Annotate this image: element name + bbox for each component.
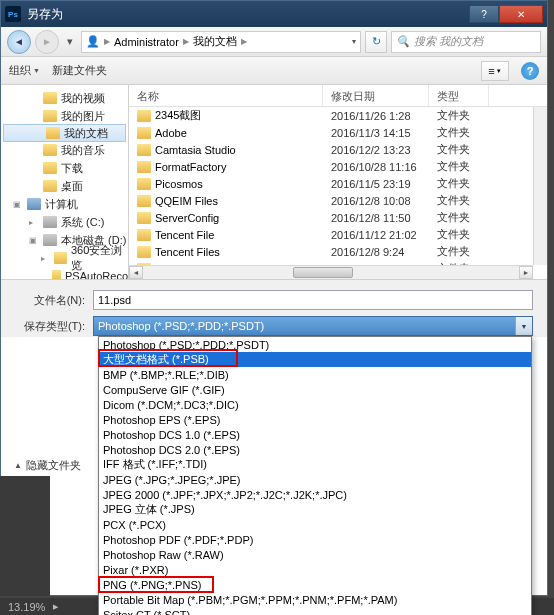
- view-options-button[interactable]: ≡▼: [481, 61, 509, 81]
- dropdown-option[interactable]: Photoshop DCS 1.0 (*.EPS): [99, 427, 531, 442]
- dropdown-option[interactable]: Pixar (*.PXR): [99, 562, 531, 577]
- user-icon: 👤: [86, 35, 100, 49]
- dropdown-option[interactable]: Photoshop EPS (*.EPS): [99, 412, 531, 427]
- tree-item[interactable]: ▸系统 (C:): [1, 213, 128, 231]
- close-window-button[interactable]: ✕: [499, 5, 543, 23]
- tree-item[interactable]: 我的文档: [3, 124, 126, 142]
- refresh-button[interactable]: ↻: [365, 31, 387, 53]
- column-headers[interactable]: 名称 修改日期 类型: [129, 85, 547, 107]
- search-input[interactable]: 🔍 搜索 我的文档: [391, 31, 541, 53]
- dropdown-option[interactable]: JPEG 立体 (*.JPS): [99, 502, 531, 517]
- file-row[interactable]: QQEIM Files2016/12/8 10:08文件夹: [129, 192, 547, 209]
- folder-tree[interactable]: 我的视频我的图片我的文档我的音乐下载桌面▣计算机▸系统 (C:)▣本地磁盘 (D…: [1, 85, 129, 279]
- dropdown-option[interactable]: Scitex CT (*.SCT): [99, 607, 531, 615]
- file-row[interactable]: FormatFactory2016/10/28 11:16文件夹: [129, 158, 547, 175]
- file-row[interactable]: Picosmos2016/11/5 23:19文件夹: [129, 175, 547, 192]
- chevron-down-icon[interactable]: ▾: [352, 37, 356, 46]
- scroll-left-icon[interactable]: ◄: [129, 266, 143, 279]
- chevron-right-icon: ▶: [239, 37, 249, 46]
- chevron-up-icon: ▲: [14, 461, 22, 470]
- zoom-level[interactable]: 13.19%: [8, 601, 45, 613]
- tree-item[interactable]: ▣计算机: [1, 195, 128, 213]
- file-row[interactable]: Tencent Files2016/12/8 9:24文件夹: [129, 243, 547, 260]
- help-window-button[interactable]: ?: [469, 5, 499, 23]
- file-row[interactable]: Camtasia Studio2016/12/2 13:23文件夹: [129, 141, 547, 158]
- file-list[interactable]: 名称 修改日期 类型 2345截图2016/11/26 1:28文件夹Adobe…: [129, 85, 547, 279]
- save-fields: 文件名(N): 11.psd 保存类型(T): Photoshop (*.PSD…: [1, 279, 547, 337]
- tree-item[interactable]: 下载: [1, 159, 128, 177]
- chevron-right-icon: ▶: [102, 37, 112, 46]
- chevron-right-icon: ▶: [181, 37, 191, 46]
- file-row[interactable]: 2345截图2016/11/26 1:28文件夹: [129, 107, 547, 124]
- app-background: [0, 476, 50, 596]
- scroll-thumb[interactable]: [293, 267, 353, 278]
- nav-bar: ◄ ► ▾ 👤 ▶ Administrator ▶ 我的文档 ▶ ▾ ↻ 🔍 搜…: [1, 27, 547, 57]
- chevron-down-icon[interactable]: ▼: [515, 317, 532, 335]
- dropdown-option[interactable]: PNG (*.PNG;*.PNS): [99, 577, 531, 592]
- organize-menu[interactable]: 组织▼: [9, 63, 40, 78]
- dropdown-option[interactable]: Dicom (*.DCM;*.DC3;*.DIC): [99, 397, 531, 412]
- dropdown-option[interactable]: CompuServe GIF (*.GIF): [99, 382, 531, 397]
- dropdown-option[interactable]: JPEG (*.JPG;*.JPEG;*.JPE): [99, 472, 531, 487]
- hide-folders-toggle[interactable]: ▲ 隐藏文件夹: [14, 458, 81, 473]
- history-button[interactable]: ▾: [63, 32, 77, 52]
- dialog-title: 另存为: [27, 6, 469, 23]
- dropdown-option[interactable]: PCX (*.PCX): [99, 517, 531, 532]
- horizontal-scrollbar[interactable]: ◄ ►: [129, 265, 533, 279]
- search-placeholder: 搜索 我的文档: [414, 34, 483, 49]
- tree-item[interactable]: 我的音乐: [1, 141, 128, 159]
- scroll-right-icon[interactable]: ►: [519, 266, 533, 279]
- file-row[interactable]: ServerConfig2016/12/8 11:50文件夹: [129, 209, 547, 226]
- filename-label: 文件名(N):: [15, 293, 85, 308]
- filename-input[interactable]: 11.psd: [93, 290, 533, 310]
- col-date[interactable]: 修改日期: [323, 85, 429, 106]
- file-row[interactable]: Tencent File2016/11/12 21:02文件夹: [129, 226, 547, 243]
- filetype-dropdown[interactable]: Photoshop (*.PSD;*.PDD;*.PSDT)大型文档格式 (*.…: [98, 336, 532, 615]
- help-icon[interactable]: ?: [521, 62, 539, 80]
- tree-item[interactable]: 桌面: [1, 177, 128, 195]
- photoshop-icon: Ps: [5, 6, 21, 22]
- tree-item[interactable]: 我的视频: [1, 89, 128, 107]
- breadcrumb-part[interactable]: Administrator: [114, 36, 179, 48]
- dropdown-option[interactable]: Photoshop (*.PSD;*.PDD;*.PSDT): [99, 337, 531, 352]
- dropdown-option[interactable]: Portable Bit Map (*.PBM;*.PGM;*.PPM;*.PN…: [99, 592, 531, 607]
- dropdown-option[interactable]: BMP (*.BMP;*.RLE;*.DIB): [99, 367, 531, 382]
- breadcrumb-part[interactable]: 我的文档: [193, 34, 237, 49]
- tree-item[interactable]: ▸360安全浏览: [1, 249, 128, 267]
- breadcrumb[interactable]: 👤 ▶ Administrator ▶ 我的文档 ▶ ▾: [81, 31, 361, 53]
- col-name[interactable]: 名称: [129, 85, 323, 106]
- titlebar[interactable]: Ps 另存为 ? ✕: [1, 1, 547, 27]
- col-type[interactable]: 类型: [429, 85, 489, 106]
- tree-item[interactable]: 我的图片: [1, 107, 128, 125]
- dropdown-option[interactable]: JPEG 2000 (*.JPF;*.JPX;*.JP2;*.J2C;*.J2K…: [99, 487, 531, 502]
- dropdown-option[interactable]: Photoshop Raw (*.RAW): [99, 547, 531, 562]
- chevron-right-icon[interactable]: ▶: [53, 603, 58, 611]
- dropdown-option[interactable]: 大型文档格式 (*.PSB): [99, 352, 531, 367]
- forward-button[interactable]: ►: [35, 30, 59, 54]
- dropdown-option[interactable]: Photoshop DCS 2.0 (*.EPS): [99, 442, 531, 457]
- back-button[interactable]: ◄: [7, 30, 31, 54]
- file-row[interactable]: Adobe2016/11/3 14:15文件夹: [129, 124, 547, 141]
- filetype-combo[interactable]: Photoshop (*.PSD;*.PDD;*.PSDT) ▼: [93, 316, 533, 336]
- toolbar: 组织▼ 新建文件夹 ≡▼ ?: [1, 57, 547, 85]
- dropdown-option[interactable]: Photoshop PDF (*.PDF;*.PDP): [99, 532, 531, 547]
- filetype-label: 保存类型(T):: [15, 319, 85, 334]
- new-folder-button[interactable]: 新建文件夹: [52, 63, 107, 78]
- vertical-scrollbar[interactable]: [533, 107, 547, 265]
- dropdown-option[interactable]: IFF 格式 (*.IFF;*.TDI): [99, 457, 531, 472]
